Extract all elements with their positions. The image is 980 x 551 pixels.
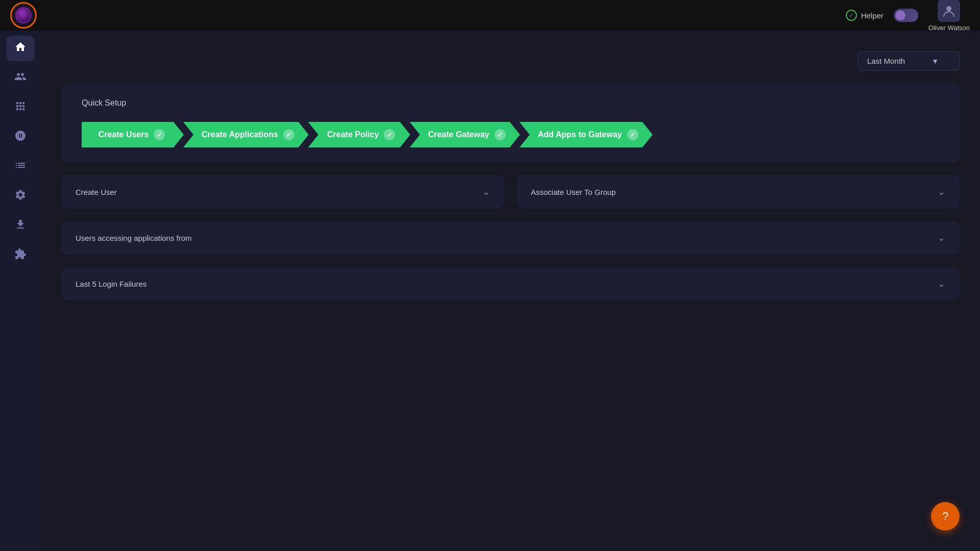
two-col-cards: Create User ⌄ Associate User To Group ⌄ xyxy=(61,175,960,209)
top-right-controls: ✓ Helper Oliver Watson xyxy=(846,0,970,32)
main-content: Last Month ▼ Quick Setup Create Users ✓ … xyxy=(41,31,980,551)
step-create-gateway-label: Create Gateway xyxy=(428,130,489,139)
users-accessing-card: Users accessing applications from ⌄ xyxy=(61,221,960,255)
time-filter-area: Last Month ▼ xyxy=(61,51,960,71)
login-failures-header: Last 5 Login Failures ⌄ xyxy=(76,278,945,289)
top-bar: ✓ Helper Oliver Watson xyxy=(0,0,980,31)
associate-user-header: Associate User To Group ⌄ xyxy=(531,186,945,197)
logo-inner xyxy=(15,7,32,23)
settings-icon xyxy=(14,189,27,204)
theme-toggle[interactable] xyxy=(894,9,918,22)
step-create-users[interactable]: Create Users ✓ xyxy=(82,122,184,147)
associate-user-card: Associate User To Group ⌄ xyxy=(517,175,960,209)
sidebar-item-extensions[interactable] xyxy=(6,243,35,268)
login-failures-title: Last 5 Login Failures xyxy=(76,280,146,288)
sidebar-item-downloads[interactable] xyxy=(6,213,35,239)
sidebar-item-apps[interactable] xyxy=(6,95,35,120)
step-add-apps-check: ✓ xyxy=(627,129,639,140)
create-user-chevron[interactable]: ⌄ xyxy=(482,186,490,197)
sidebar-item-home[interactable] xyxy=(6,36,35,61)
step-create-gateway-check: ✓ xyxy=(495,129,506,140)
step-create-applications[interactable]: Create Applications ✓ xyxy=(183,122,309,147)
list-icon xyxy=(14,159,27,174)
quick-setup-card: Quick Setup Create Users ✓ Create Applic… xyxy=(61,83,960,163)
helper-icon: ✓ xyxy=(846,10,857,21)
step-create-applications-check: ✓ xyxy=(283,129,295,140)
users-accessing-title: Users accessing applications from xyxy=(76,234,192,242)
help-fab-icon: ? xyxy=(942,510,948,523)
svg-point-0 xyxy=(946,6,951,11)
step-add-apps[interactable]: Add Apps to Gateway ✓ xyxy=(520,122,653,147)
sidebar-item-users[interactable] xyxy=(6,65,35,91)
extensions-icon xyxy=(14,248,27,263)
login-failures-card: Last 5 Login Failures ⌄ xyxy=(61,267,960,300)
step-create-policy-check: ✓ xyxy=(384,129,395,140)
toggle-knob xyxy=(895,10,905,20)
steps-container: Create Users ✓ Create Applications ✓ Cre… xyxy=(82,122,939,147)
quick-setup-title: Quick Setup xyxy=(82,98,939,108)
step-create-gateway[interactable]: Create Gateway ✓ xyxy=(410,122,520,147)
user-groups-icon xyxy=(14,130,27,145)
help-fab-button[interactable]: ? xyxy=(931,502,960,531)
grid-icon xyxy=(14,100,27,115)
user-name: Oliver Watson xyxy=(928,24,970,32)
time-filter-value: Last Month xyxy=(867,57,905,65)
associate-user-title: Associate User To Group xyxy=(531,188,616,196)
user-area[interactable]: Oliver Watson xyxy=(928,0,970,32)
helper-button[interactable]: ✓ Helper xyxy=(846,10,884,21)
create-user-header: Create User ⌄ xyxy=(76,186,490,197)
step-create-users-check: ✓ xyxy=(154,129,165,140)
avatar xyxy=(938,0,960,22)
home-icon xyxy=(14,41,27,56)
helper-label: Helper xyxy=(861,11,884,20)
associate-user-chevron[interactable]: ⌄ xyxy=(938,186,945,197)
logo-area xyxy=(10,2,37,29)
sidebar-item-settings[interactable] xyxy=(6,184,35,209)
create-user-title: Create User xyxy=(76,188,117,196)
app-logo xyxy=(10,2,37,29)
users-accessing-header: Users accessing applications from ⌄ xyxy=(76,232,945,243)
create-user-card: Create User ⌄ xyxy=(61,175,504,209)
step-create-applications-label: Create Applications xyxy=(202,130,278,139)
sidebar xyxy=(0,31,41,551)
users-accessing-chevron[interactable]: ⌄ xyxy=(938,232,945,243)
step-create-policy-label: Create Policy xyxy=(327,130,379,139)
time-filter-dropdown[interactable]: Last Month ▼ xyxy=(857,51,960,71)
step-add-apps-label: Add Apps to Gateway xyxy=(538,130,622,139)
users-icon xyxy=(14,70,27,86)
sidebar-item-groups[interactable] xyxy=(6,124,35,150)
step-create-users-label: Create Users xyxy=(99,130,149,139)
step-create-policy[interactable]: Create Policy ✓ xyxy=(308,122,410,147)
sidebar-item-policies[interactable] xyxy=(6,154,35,180)
dropdown-arrow-icon: ▼ xyxy=(932,57,939,65)
login-failures-chevron[interactable]: ⌄ xyxy=(938,278,945,289)
download-icon xyxy=(14,218,27,234)
